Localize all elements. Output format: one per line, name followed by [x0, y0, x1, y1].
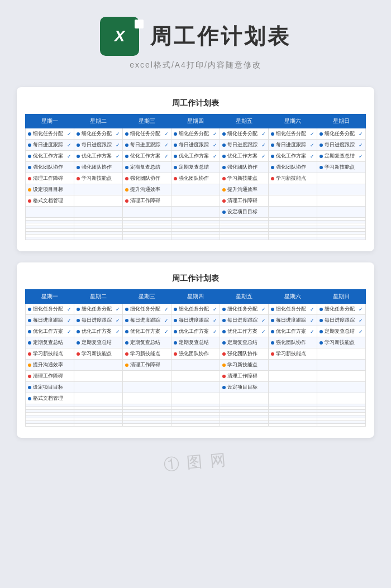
cell-thu-row0: 细化任务分配✓: [171, 304, 220, 315]
cell-tue-row7: [74, 382, 123, 393]
cell-sat-row4: 学习新技能点: [269, 348, 317, 360]
cell-tue-row15: [74, 237, 123, 240]
cell-sun-row7: [317, 382, 366, 393]
cell-mon-row1: 每日进度跟踪✓: [26, 140, 74, 151]
cell-mon-row6: 清理工作障碍: [26, 371, 74, 382]
cell-mon-row0: 细化任务分配✓: [26, 128, 74, 140]
cell-thu-row6: [171, 371, 220, 382]
cell-mon-row5: 设定项目目标: [26, 184, 74, 195]
col2-header-mon: 星期一: [26, 290, 74, 304]
cell-sun-row2: 定期复查总结✓: [317, 151, 366, 162]
cell-mon-row15: [26, 237, 74, 240]
cell-thu-row0: 细化任务分配✓: [171, 128, 220, 140]
cell-mon-row3: 强化团队协作: [26, 162, 74, 173]
cell-mon-row7: 设定项目目标: [26, 382, 74, 393]
cell-mon-row4: 学习新技能点: [26, 348, 74, 360]
cell-sun-row0: 细化任务分配✓: [317, 128, 366, 140]
cell-sun-row3: 学习新技能点: [317, 162, 366, 173]
cell-sat-row1: 每日进度跟踪✓: [269, 315, 317, 326]
cell-sat-row0: 细化任务分配✓: [269, 128, 317, 140]
cell-sat-row5: [269, 360, 317, 371]
cell-wed-row5: 清理工作障碍: [123, 360, 171, 371]
cell-thu-row1: 每日进度跟踪✓: [171, 140, 220, 151]
cell-sun-row5: [317, 360, 366, 371]
card-2-title: 周工作计划表: [25, 274, 366, 284]
cell-thu-row7: [171, 382, 220, 393]
cell-wed-row6: [123, 371, 171, 382]
cell-tue-row1: 每日进度跟踪✓: [74, 140, 123, 151]
col-header-tue: 星期二: [74, 114, 123, 128]
cell-fri-row5: 学习新技能点: [220, 360, 269, 371]
cell-mon-row3: 定期复查总结: [26, 337, 74, 348]
cell-wed-row15: [123, 237, 171, 240]
cell-wed-row5: 提升沟通效率: [123, 184, 171, 195]
cell-thu-row7: [171, 207, 220, 218]
cell-sun-row1: 每日进度跟踪✓: [317, 315, 366, 326]
cell-sun-row3: 学习新技能点: [317, 337, 366, 348]
col-header-mon: 星期一: [26, 114, 74, 128]
col2-header-thu: 星期四: [171, 290, 220, 304]
schedule-table-2: 星期一 星期二 星期三 星期四 星期五 星期六 星期日 细化任务分配✓细化任务分…: [25, 289, 366, 427]
cell-thu-row8: [171, 393, 220, 404]
cell-thu-row2: 优化工作方案✓: [171, 151, 220, 162]
cell-tue-row3: 定期复查总结: [74, 337, 123, 348]
cell-wed-row2: 优化工作方案✓: [123, 151, 171, 162]
card-2: 周工作计划表 星期一 星期二 星期三 星期四 星期五 星期六 星期日 细化任务分…: [17, 262, 374, 438]
cell-sun-row2: 定期复查总结✓: [317, 326, 366, 337]
excel-letter: X: [115, 27, 125, 45]
cell-sat-row15: [269, 237, 317, 240]
cell-sun-row7: [317, 207, 366, 218]
cell-sun-row4: [317, 348, 366, 360]
cell-sun-row5: [317, 184, 366, 195]
cell-fri-row6: 清理工作障碍: [220, 371, 269, 382]
cell-sat-row7: [269, 382, 317, 393]
cell-wed-row16: [123, 424, 171, 427]
cell-mon-row0: 细化任务分配✓: [26, 304, 74, 315]
cell-wed-row2: 优化工作方案✓: [123, 326, 171, 337]
col2-header-sun: 星期日: [317, 290, 366, 304]
bottom-watermark: ① 图 网: [0, 432, 391, 496]
col-header-sat: 星期六: [269, 114, 317, 128]
cell-tue-row2: 优化工作方案✓: [74, 326, 123, 337]
excel-icon: X: [100, 17, 139, 56]
cell-sat-row0: 细化任务分配✓: [269, 304, 317, 315]
cell-mon-row1: 每日进度跟踪✓: [26, 315, 74, 326]
cell-fri-row8: [220, 393, 269, 404]
cell-tue-row8: [74, 393, 123, 404]
cell-mon-row8: 格式文档管理: [26, 393, 74, 404]
cell-wed-row0: 细化任务分配✓: [123, 128, 171, 140]
cell-sun-row6: [317, 371, 366, 382]
cell-fri-row7: 设定项目目标: [220, 207, 269, 218]
cell-thu-row5: [171, 360, 220, 371]
card-1: 周工作计划表 星期一 星期二 星期三 星期四 星期五 星期六 星期日 细化任务分…: [17, 87, 374, 251]
cell-thu-row4: 强化团队协作: [171, 348, 220, 360]
col-header-wed: 星期三: [123, 114, 171, 128]
cell-tue-row5: [74, 360, 123, 371]
cell-mon-row16: [26, 424, 74, 427]
cell-sat-row3: 强化团队协作: [269, 162, 317, 173]
cell-tue-row7: [74, 207, 123, 218]
cell-fri-row1: 每日进度跟踪✓: [220, 140, 269, 151]
cell-wed-row8: [123, 393, 171, 404]
cell-fri-row2: 优化工作方案✓: [220, 151, 269, 162]
cell-tue-row0: 细化任务分配✓: [74, 128, 123, 140]
schedule-table-1: 星期一 星期二 星期三 星期四 星期五 星期六 星期日 细化任务分配✓细化任务分…: [25, 114, 366, 240]
cell-tue-row4: 学习新技能点: [74, 173, 123, 184]
cell-fri-row7: 设定项目目标: [220, 382, 269, 393]
cell-fri-row3: 定期复查总结: [220, 337, 269, 348]
cell-thu-row3: 定期复查总结: [171, 337, 220, 348]
cell-wed-row3: 定期复查总结: [123, 162, 171, 173]
cell-tue-row16: [74, 424, 123, 427]
col2-header-wed: 星期三: [123, 290, 171, 304]
cell-thu-row15: [171, 237, 220, 240]
card-1-title: 周工作计划表: [25, 98, 366, 108]
cell-fri-row6: 清理工作障碍: [220, 195, 269, 207]
cell-sat-row7: [269, 207, 317, 218]
cell-fri-row16: [220, 424, 269, 427]
cell-wed-row1: 每日进度跟踪✓: [123, 315, 171, 326]
cell-wed-row0: 细化任务分配✓: [123, 304, 171, 315]
cell-sat-row3: 强化团队协作: [269, 337, 317, 348]
cell-sun-row4: [317, 173, 366, 184]
col-header-thu: 星期四: [171, 114, 220, 128]
cell-tue-row4: 学习新技能点: [74, 348, 123, 360]
